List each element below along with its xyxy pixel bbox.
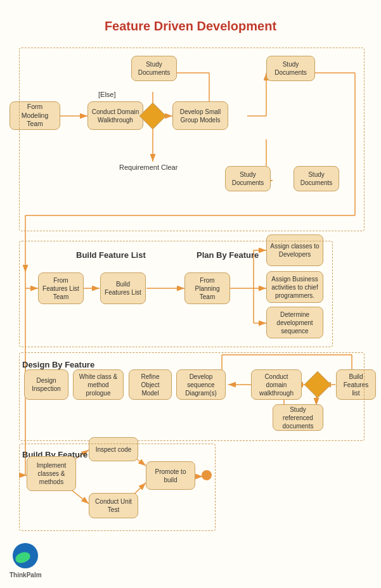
- thinkpalm-logo: [11, 542, 39, 570]
- diagram-container: Feature Driven Development: [0, 0, 381, 588]
- section4-border: [19, 444, 216, 531]
- section3-border: [19, 352, 365, 441]
- page-title: Feature Driven Development: [6, 6, 375, 43]
- section2-border: [19, 241, 333, 347]
- logo-text: ThinkPalm: [10, 572, 42, 578]
- section1-border: [19, 48, 365, 231]
- logo-area: ThinkPalm: [10, 542, 42, 578]
